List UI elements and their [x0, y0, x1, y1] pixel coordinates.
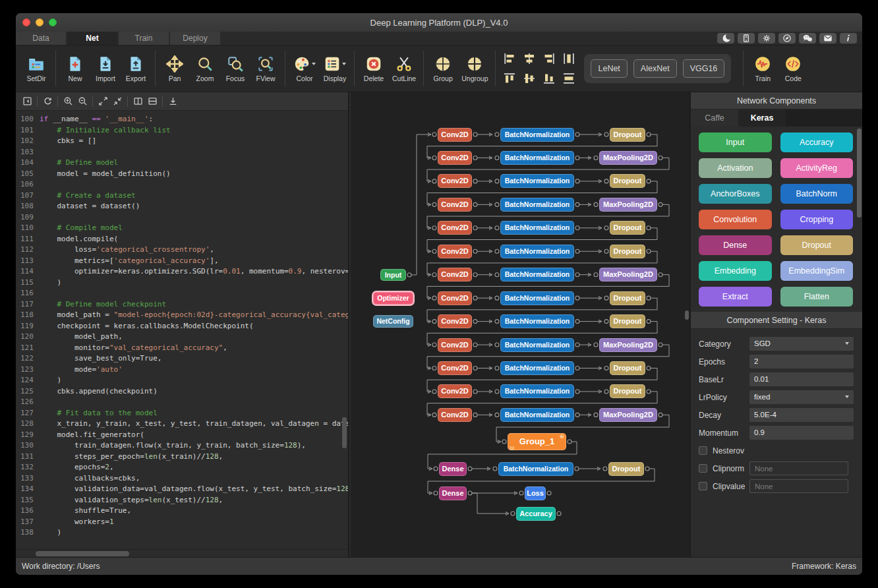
align-top-button[interactable]	[502, 71, 517, 86]
close-button[interactable]	[22, 18, 30, 26]
input-clipnorm[interactable]: None	[749, 461, 848, 475]
component-extract[interactable]: Extract	[699, 287, 772, 307]
tab-data[interactable]: Data	[16, 32, 66, 45]
select-category[interactable]: SGD	[749, 337, 854, 351]
node-dropout-row9[interactable]: Dropout	[610, 314, 645, 328]
node-conv2d-row4[interactable]: Conv2D	[438, 198, 472, 212]
node-loss[interactable]: Loss	[525, 486, 546, 500]
node-maxpooling2d-row13[interactable]: MaxPooling2D	[599, 408, 657, 422]
framework-tab-keras[interactable]: Keras	[738, 109, 786, 127]
toolbar-button-fview[interactable]: FView	[252, 53, 279, 84]
node-conv2d-row1[interactable]: Conv2D	[438, 128, 472, 142]
component-cropping[interactable]: Cropping	[780, 210, 854, 229]
group-expand-icon[interactable]: ⊕	[559, 433, 564, 440]
node-dense-fc2[interactable]: Dense	[439, 486, 467, 500]
component-dense[interactable]: Dense	[699, 235, 772, 255]
network-canvas[interactable]: Conv2DBatchNormalizationDropoutConv2DBat…	[351, 92, 689, 557]
align-vcenter-button[interactable]	[522, 51, 537, 66]
split-vertical-button[interactable]	[131, 94, 145, 109]
node-dropout-fc1[interactable]: Dropout	[608, 462, 644, 476]
node-batchnormalization-row12[interactable]: BatchNormalization	[500, 384, 574, 398]
align-left-button[interactable]	[502, 51, 517, 66]
checkbox-clipnorm[interactable]	[699, 464, 707, 473]
input-decay[interactable]: 5.0E-4	[749, 408, 854, 422]
node-maxpooling2d-row10[interactable]: MaxPooling2D	[599, 338, 657, 352]
component-input[interactable]: Input	[699, 132, 772, 152]
distribute-v-button[interactable]	[562, 71, 576, 86]
component-anchorboxes[interactable]: AnchorBoxes	[699, 184, 772, 204]
node-dropout-row5[interactable]: Dropout	[610, 221, 645, 235]
node-dropout-row1[interactable]: Dropout	[610, 128, 645, 142]
components-scrollbar[interactable]	[857, 129, 862, 218]
canvas-vertical-scrollbar[interactable]	[685, 310, 689, 320]
node-maxpooling2d-row4[interactable]: MaxPooling2D	[599, 198, 657, 212]
component-flatten[interactable]: Flatten	[780, 287, 854, 307]
node-conv2d-row2[interactable]: Conv2D	[438, 151, 472, 165]
checkbox-clipvalue[interactable]	[699, 482, 707, 490]
node-conv2d-row12[interactable]: Conv2D	[438, 384, 472, 398]
code-horizontal-scrollbar[interactable]	[36, 551, 129, 556]
node-batchnormalization-row11[interactable]: BatchNormalization	[500, 361, 574, 375]
node-batchnormalization-row8[interactable]: BatchNormalization	[500, 291, 574, 305]
align-hcenter-button[interactable]	[522, 71, 537, 86]
minimize-button[interactable]	[36, 18, 44, 26]
node-batchnormalization-row1[interactable]: BatchNormalization	[500, 128, 574, 142]
preset-alexnet[interactable]: AlexNet	[633, 59, 677, 78]
node-dropout-row3[interactable]: Dropout	[610, 174, 645, 188]
component-activityreg[interactable]: ActivityReg	[780, 158, 854, 178]
input-clipvalue[interactable]: None	[749, 479, 848, 493]
component-embedding[interactable]: Embedding	[699, 261, 772, 281]
toolbar-button-zoom[interactable]: Zoom	[191, 53, 219, 84]
input-momentum[interactable]: 0.9	[749, 426, 854, 440]
zoom-window-button[interactable]	[49, 18, 57, 26]
input-epochs[interactable]: 2	[749, 355, 854, 368]
node-dropout-row12[interactable]: Dropout	[610, 384, 645, 398]
toolbar-button-train[interactable]: Train	[749, 53, 776, 84]
moon-icon[interactable]	[717, 33, 734, 44]
select-lrpolicy[interactable]: fixed	[749, 390, 854, 404]
toolbar-button-pan[interactable]: Pan	[161, 53, 189, 84]
node-conv2d-row7[interactable]: Conv2D	[438, 268, 472, 281]
toolbar-button-code[interactable]: Code	[779, 53, 807, 84]
toolbar-button-new[interactable]: New	[61, 53, 89, 84]
save-image-button[interactable]	[165, 94, 180, 109]
node-accuracy[interactable]: Accuracy	[516, 507, 556, 521]
component-dropout[interactable]: Dropout	[780, 235, 854, 255]
node-batchnormalization-row5[interactable]: BatchNormalization	[500, 221, 574, 235]
code-vertical-scrollbar[interactable]	[342, 417, 347, 448]
node-batchnormalization-row6[interactable]: BatchNormalization	[500, 245, 574, 258]
node-conv2d-row13[interactable]: Conv2D	[438, 408, 472, 422]
preset-lenet[interactable]: LeNet	[591, 59, 627, 78]
component-activation[interactable]: Activation	[699, 158, 772, 178]
node-batchnormalization-row7[interactable]: BatchNormalization	[500, 268, 574, 281]
split-horizontal-button[interactable]	[145, 94, 160, 109]
preset-vgg16[interactable]: VGG16	[683, 59, 725, 78]
zoom-in-button[interactable]	[61, 94, 75, 109]
toolbar-button-setdir[interactable]: SetDir	[22, 53, 50, 84]
toolbar-button-export[interactable]: Export	[122, 53, 150, 84]
node-batchnormalization-fc1[interactable]: BatchNormalization	[498, 462, 573, 476]
input-baselr[interactable]: 0.01	[749, 372, 854, 386]
distribute-h-button[interactable]	[562, 51, 576, 66]
component-embeddingsim[interactable]: EmbeddingSim	[780, 261, 854, 281]
node-maxpooling2d-row7[interactable]: MaxPooling2D	[599, 268, 657, 281]
toolbar-button-group[interactable]: Group	[429, 53, 457, 84]
node-conv2d-row3[interactable]: Conv2D	[438, 174, 472, 188]
device-icon[interactable]	[738, 33, 755, 44]
tab-deploy[interactable]: Deploy	[170, 32, 220, 45]
node-conv2d-row8[interactable]: Conv2D	[438, 291, 472, 305]
node-batchnormalization-row10[interactable]: BatchNormalization	[500, 338, 574, 352]
tab-net[interactable]: Net	[67, 32, 117, 45]
wechat-icon[interactable]	[799, 33, 816, 44]
node-dropout-row11[interactable]: Dropout	[610, 361, 645, 375]
mail-icon[interactable]	[819, 33, 836, 44]
framework-tab-caffe[interactable]: Caffe	[691, 109, 738, 127]
node-optimizer[interactable]: Optimizer	[373, 292, 413, 305]
node-netconfig[interactable]: NetConfig	[373, 315, 413, 328]
group-detail-icon[interactable]: ▤	[510, 445, 515, 451]
compass-icon[interactable]	[778, 33, 796, 44]
node-batchnormalization-row3[interactable]: BatchNormalization	[500, 174, 574, 188]
node-batchnormalization-row4[interactable]: BatchNormalization	[500, 198, 574, 212]
component-convolution[interactable]: Convolution	[699, 210, 772, 229]
toolbar-button-delete[interactable]: Delete	[360, 53, 388, 84]
